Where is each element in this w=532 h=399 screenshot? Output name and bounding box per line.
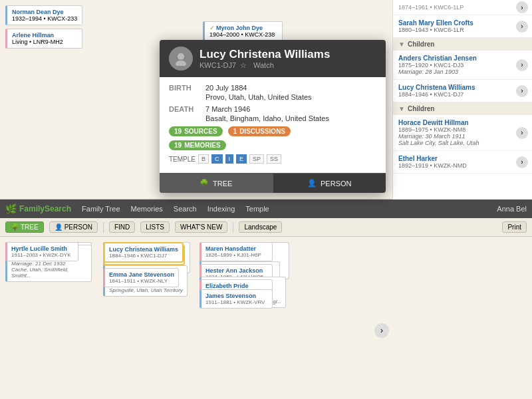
rp-person1-name[interactable]: Anders Christian Jensen <box>398 55 527 62</box>
sources-badge[interactable]: 19 SOURCES <box>169 126 223 136</box>
sources-count: 19 <box>174 128 182 135</box>
temple-sp[interactable]: SP <box>249 154 264 164</box>
modal-person-btn[interactable]: 👤 PERSON <box>273 174 386 193</box>
temple-ss[interactable]: SS <box>267 154 281 164</box>
temple-c[interactable]: C <box>211 154 223 164</box>
myron-top-card[interactable]: ✓ Myron John Dye 1904–2000 • KWCX-238 <box>203 21 283 41</box>
death-label-2 <box>169 114 199 122</box>
norman-card[interactable]: Norman Dean Dye 1932–1994 • KWCX-233 <box>5 5 82 25</box>
temple-label: TEMPLE <box>169 156 196 163</box>
birth-label: BIRTH <box>169 84 199 92</box>
modal-tree-btn[interactable]: 🌳 TREE <box>160 174 273 193</box>
norman-dates: 1932–1994 • KWCX-233 <box>12 15 77 22</box>
app-title: FamilySearch <box>19 204 71 213</box>
death-date: 7 March 1946 <box>205 105 250 113</box>
modal-name: Lucy Christena Williams <box>200 48 330 61</box>
norman-name: Norman Dean Dye <box>12 9 77 15</box>
arlene-card[interactable]: Arlene Hillman Living • LNR9-MH2 <box>5 29 82 49</box>
nav-family-tree[interactable]: Family Tree <box>82 205 120 213</box>
toolbar-divider1 <box>103 222 104 233</box>
landscape-btn[interactable]: Landscape <box>239 221 282 233</box>
temple-b[interactable]: B <box>198 154 209 164</box>
modal-person-label: PERSON <box>321 180 351 188</box>
star-icon: ☆ <box>240 61 247 70</box>
rp-person2-name[interactable]: Lucy Christena Williams <box>398 84 527 91</box>
children-label2: Children <box>408 105 435 112</box>
person-btn-label: PERSON <box>65 223 92 231</box>
modal-avatar <box>169 47 193 70</box>
hester-name: Hester Ann Jackson <box>205 267 268 274</box>
whats-new-btn[interactable]: WHAT'S NEW <box>175 221 227 233</box>
george-williams-marriage-place: Springville, Utah, Utah Territory <box>109 287 183 293</box>
arlene-name: Arlene Hillman <box>12 32 77 39</box>
birth-date: 20 July 1884 <box>205 84 247 92</box>
modal-watch[interactable]: Watch <box>253 61 274 69</box>
tree-toolbar-icon: 🌳 <box>11 223 19 231</box>
lists-btn[interactable]: LISTS <box>140 221 170 233</box>
children-label1: Children <box>408 41 435 48</box>
top-person2-name[interactable]: Sarah Mary Ellen Crofts <box>398 19 527 27</box>
children-chevron2[interactable]: ▼ <box>398 105 405 112</box>
print-btn[interactable]: Print <box>502 221 527 233</box>
rp-person4-name[interactable]: Ethel Harker <box>398 155 527 162</box>
memories-count: 19 <box>174 142 182 149</box>
birth-place: Provo, Utah, Utah, United States <box>205 93 312 101</box>
svg-point-0 <box>178 53 184 60</box>
emma-jane-name: Emma Jane Stevenson <box>109 271 174 278</box>
temple-i[interactable]: I <box>225 154 234 164</box>
rp-person4-arrow[interactable]: › <box>516 156 528 168</box>
top-person1-arrow[interactable]: › <box>516 1 528 13</box>
top-person1-dates: 1874–1961 • KWC6-1LP <box>398 4 527 11</box>
modal-tree-label: TREE <box>213 180 232 188</box>
hyrtle-card[interactable]: Hyrtle Lucille Smith 1911–2003 • KWZK-DY… <box>5 242 78 261</box>
lucy-christena-name: Lucy Christena Williams <box>109 246 178 253</box>
myron-top-name: Myron John Dye <box>216 25 263 31</box>
top-person2-dates: 1880–1943 • KWC6-1LR <box>398 27 527 33</box>
top-person2-arrow[interactable]: › <box>516 21 528 33</box>
hyrtle-dates: 1911–2003 • KWZK-DYK <box>11 252 74 258</box>
james-card[interactable]: James Stevenson 1911–1881 • KWZK-VRV <box>200 289 273 309</box>
check-icon: ✓ <box>209 25 215 31</box>
modal-footer: 🌳 TREE 👤 PERSON <box>160 173 386 193</box>
rp-person3-marriage: Marriage: 30 March 1911 <box>398 133 527 140</box>
lucy-christena-card[interactable]: Lucy Christena Williams 1884–1946 • KWC1… <box>103 242 184 263</box>
find-btn[interactable]: FIND <box>109 221 135 233</box>
rp-person3-name[interactable]: Horace Dewitt Hillman <box>398 119 527 126</box>
sources-label: SOURCES <box>184 128 217 135</box>
rp-person4-dates: 1892–1919 • KWZK-NMD <box>398 162 527 169</box>
rp-person2-arrow[interactable]: › <box>516 85 528 97</box>
discussions-badge[interactable]: 1 DISCUSSIONS <box>228 126 291 136</box>
maren-dates: 1826–1899 • KJ01-H6P <box>205 252 268 258</box>
elizabeth-name: Elizabeth Pride <box>205 283 268 289</box>
modal-badges: 19 SOURCES 1 DISCUSSIONS <box>169 126 376 136</box>
children-chevron1[interactable]: ▼ <box>398 41 405 48</box>
scroll-right-btn[interactable]: › <box>374 323 389 338</box>
james-dates: 1911–1881 • KWZK-VRV <box>205 299 268 305</box>
nav-indexing[interactable]: Indexing <box>207 205 235 213</box>
hyrtle-name: Hyrtle Lucille Smith <box>11 245 74 252</box>
toolbar-divider2 <box>233 222 233 233</box>
rp-person1-arrow[interactable]: › <box>516 59 528 71</box>
emma-jane-card[interactable]: Emma Jane Stevenson 1841–1911 • KWZK-NLY <box>103 268 179 287</box>
person-btn[interactable]: 👤 PERSON <box>49 221 98 233</box>
tree-btn[interactable]: 🌳 TREE <box>5 221 44 233</box>
rp-person3-arrow[interactable]: › <box>516 127 528 139</box>
memories-badge[interactable]: 19 MEMORIES <box>169 140 226 150</box>
tree-btn-label: TREE <box>21 223 39 231</box>
modal-memories-row: 19 MEMORIES <box>169 140 376 150</box>
person-icon: 👤 <box>307 179 317 188</box>
discussions-label: DISCUSSIONS <box>239 128 285 135</box>
nav-memories[interactable]: Memories <box>131 205 163 213</box>
modal-id: KWC1-DJ7 <box>200 61 236 69</box>
nav-temple[interactable]: Temple <box>245 205 269 213</box>
lucy-christena-dates: 1884–1946 • KWC1-DJ7 <box>109 253 178 259</box>
emma-jane-dates: 1841–1911 • KWZK-NLY <box>109 278 174 284</box>
temple-e[interactable]: E <box>236 154 247 164</box>
leaf-icon: 🌿 <box>5 203 17 214</box>
nav-search[interactable]: Search <box>174 205 197 213</box>
toolbar: 🌳 TREE 👤 PERSON FIND LISTS WHAT'S NEW La… <box>0 218 532 237</box>
maren-card[interactable]: Maren Hansdatter 1826–1899 • KJ01-H6P <box>200 242 273 261</box>
james-name: James Stevenson <box>205 293 268 299</box>
tree-area: Chester B Hyatt 1903–1988 • KWC6-ZW5 Mar… <box>0 237 532 399</box>
discussions-count: 1 <box>233 128 237 135</box>
